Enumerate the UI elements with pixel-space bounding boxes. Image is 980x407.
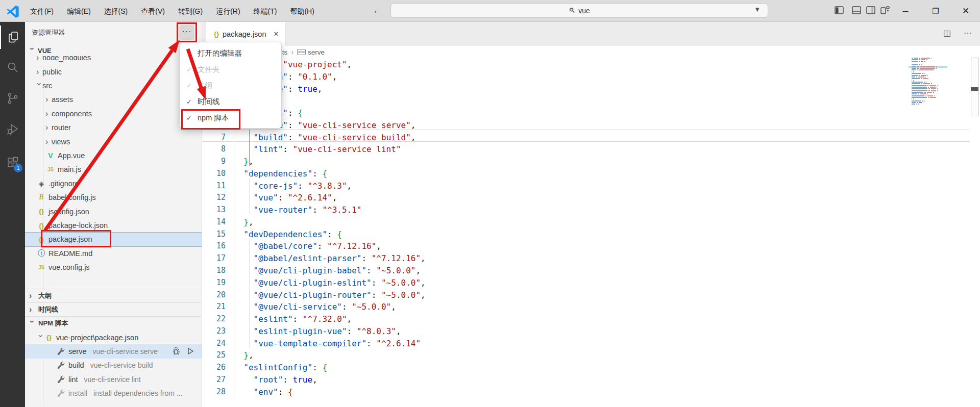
minimap-token xyxy=(912,104,915,105)
project-section-header[interactable]: ›VUE xyxy=(25,45,202,56)
tree-item[interactable]: ›router xyxy=(25,121,202,135)
extensions-icon[interactable]: 1 xyxy=(0,150,25,174)
token: , xyxy=(317,84,323,94)
debug-script-icon[interactable] xyxy=(172,346,181,356)
source-control-icon[interactable] xyxy=(0,87,25,110)
info-file-icon: ⓘ xyxy=(36,249,46,258)
nav-back-button[interactable]: ← xyxy=(371,4,384,17)
close-tab-icon[interactable]: ✕ xyxy=(273,30,279,38)
menu-item-checked[interactable]: ✓npm 脚本 xyxy=(180,110,281,126)
tree-item[interactable]: JSvue.config.js xyxy=(25,261,202,274)
minimize-button[interactable]: ─ xyxy=(894,0,917,22)
minimap-token xyxy=(924,100,925,101)
tree-item[interactable]: {}package-lock.json xyxy=(25,218,202,232)
tree-item[interactable]: {}jsconfig.json xyxy=(25,205,202,218)
tree-item[interactable]: Bbabel.config.js xyxy=(25,191,202,205)
menubar-item[interactable]: 转到(G) xyxy=(172,4,209,18)
editor-group[interactable]: {} package.json ✕ ◫ ⋯ package.json›{}scr… xyxy=(202,22,980,407)
minimap-line xyxy=(912,64,923,65)
tree-item[interactable]: {}package.json xyxy=(25,233,202,246)
code-line: "vue-router": "^3.5.1" xyxy=(234,204,913,216)
run-script-icon[interactable] xyxy=(185,346,195,356)
section-timeline[interactable]: ›时间线 xyxy=(25,302,202,316)
minimap-token xyxy=(927,93,928,94)
minimap-token xyxy=(912,61,918,62)
toggle-secondary-sidebar-icon[interactable] xyxy=(866,5,877,16)
customize-layout-icon[interactable] xyxy=(880,5,891,16)
tree-item[interactable]: VApp.vue xyxy=(25,148,202,162)
run-debug-icon[interactable] xyxy=(0,117,25,141)
minimap-token xyxy=(920,66,935,67)
code-line: "serve": "vue-cli-service serve", xyxy=(234,119,913,132)
token: "@vue/cli-plugin-router" xyxy=(254,290,372,300)
token: "@babel/core" xyxy=(254,241,317,251)
menubar-item[interactable]: 文件(F) xyxy=(23,4,60,18)
explorer-icon[interactable] xyxy=(0,26,25,49)
js-file-icon: JS xyxy=(45,167,56,172)
npm-script-build[interactable]: buildvue-cli-service build xyxy=(25,359,202,372)
minimap[interactable] xyxy=(912,58,947,114)
tree-item-label: main.js xyxy=(58,165,81,173)
restore-button[interactable]: ❐ xyxy=(924,0,947,22)
menubar-item[interactable]: 运行(R) xyxy=(209,4,247,18)
token: { xyxy=(337,230,342,239)
tree-item[interactable]: ›components xyxy=(25,107,202,120)
menu-item-checked[interactable]: ✓文件夹 xyxy=(180,62,281,78)
token: "^3.5.1" xyxy=(322,205,361,215)
tree-item[interactable]: ›assets xyxy=(25,93,202,107)
close-button[interactable]: ✕ xyxy=(954,0,977,22)
code-line: "version": "0.1.0", xyxy=(234,71,913,83)
minimap-token xyxy=(921,64,921,65)
npm-script-serve[interactable]: servevue-cli-service serve xyxy=(25,344,202,358)
tree-item[interactable]: ›src xyxy=(25,79,202,92)
json-file-icon: {} xyxy=(211,30,222,38)
line-number: 28 xyxy=(202,386,230,398)
code-line: "build": "vue-cli-service build", xyxy=(234,132,913,144)
checkmark-icon: ✓ xyxy=(186,98,198,106)
menubar-item[interactable]: 帮助(H) xyxy=(283,4,321,18)
tree-item[interactable]: JSmain.js xyxy=(25,163,202,176)
split-editor-icon[interactable]: ◫ xyxy=(943,28,951,38)
line-number: 17 xyxy=(202,252,230,265)
npm-script-install[interactable]: installinstall dependencies from ... xyxy=(25,387,202,400)
token: "@vue/cli-plugin-eslint" xyxy=(254,278,372,288)
token: : xyxy=(361,253,371,263)
token: : xyxy=(298,181,307,191)
script-name: install xyxy=(68,389,87,397)
minimap-token xyxy=(912,78,920,79)
npm-script-lint[interactable]: lintvue-cli-service lint xyxy=(25,372,202,386)
command-center-search[interactable]: 🔍︎ vue ▼ xyxy=(390,3,768,18)
npm-root-item[interactable]: ›{}vue-project\package.json xyxy=(25,330,202,344)
code-area[interactable]: { "name": "vue-project", "version": "0.1… xyxy=(234,59,913,398)
breadcrumb-item[interactable]: abcserve xyxy=(297,48,325,56)
search-view-icon[interactable] xyxy=(0,56,25,79)
menu-item-checked[interactable]: ✓大纲 xyxy=(180,78,281,94)
menubar-item[interactable]: 查看(V) xyxy=(134,4,172,18)
minimap-token xyxy=(921,83,923,84)
token: "build" xyxy=(254,133,288,142)
menu-item-unchecked[interactable]: 打开的编辑器 xyxy=(180,45,281,62)
chevron-right-icon: › xyxy=(45,111,52,117)
toggle-panel-icon[interactable] xyxy=(851,5,863,16)
token: : xyxy=(327,230,337,239)
tree-item[interactable]: ◈.gitignore xyxy=(25,176,202,190)
tree-item-label: jsconfig.json xyxy=(48,208,89,216)
tree-item-label: components xyxy=(52,110,92,118)
minimap-line xyxy=(912,82,928,83)
toggle-sidebar-icon[interactable] xyxy=(834,5,845,16)
views-more-actions-button[interactable]: ··· xyxy=(179,25,194,40)
chevron-down-icon[interactable]: ▼ xyxy=(754,6,761,13)
menubar-item[interactable]: 编辑(E) xyxy=(60,4,97,18)
section-npm-scripts[interactable]: ›NPM 脚本 xyxy=(25,316,202,330)
menu-item-checked[interactable]: ✓时间线 xyxy=(180,94,281,110)
menubar-item[interactable]: 选择(S) xyxy=(97,4,135,18)
code-line: "@vue/cli-service": "~5.0.0", xyxy=(234,301,913,313)
tree-item[interactable]: ›public xyxy=(25,65,202,79)
editor-more-actions-icon[interactable]: ⋯ xyxy=(964,28,972,38)
tree-item[interactable]: ⓘREADME.md xyxy=(25,246,202,260)
menubar-item[interactable]: 终端(T) xyxy=(247,4,284,18)
tree-item[interactable]: ›views xyxy=(25,135,202,148)
code-line: "eslintConfig": { xyxy=(234,362,913,374)
minimap-token xyxy=(926,82,927,83)
minimap-token xyxy=(928,88,930,89)
